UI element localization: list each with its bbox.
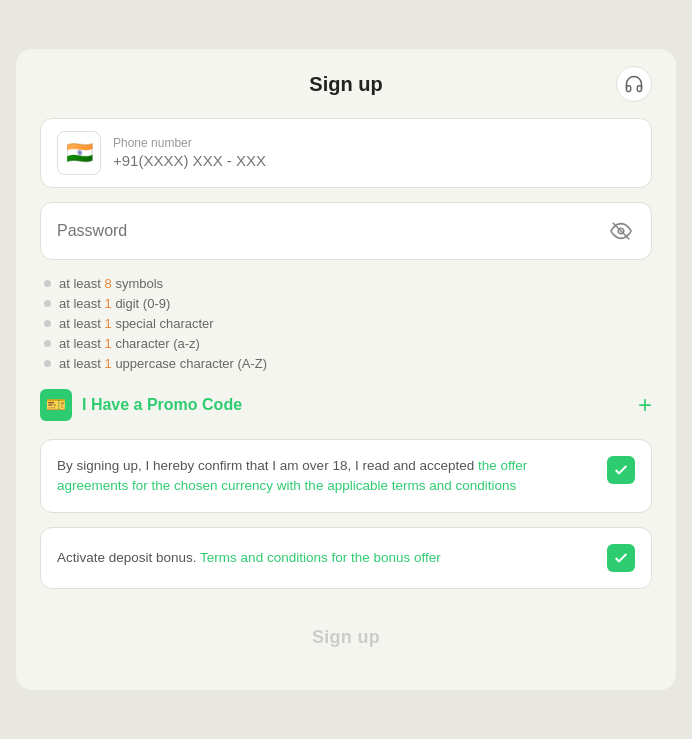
phone-label: Phone number: [113, 136, 635, 150]
req-digit: at least 1 digit (0-9): [44, 296, 652, 311]
req-lowercase: at least 1 character (a-z): [44, 336, 652, 351]
phone-input-area: Phone number: [113, 136, 635, 169]
bonus-box: Activate deposit bonus. Terms and condit…: [40, 527, 652, 589]
promo-add-icon[interactable]: +: [638, 391, 652, 419]
agreement-text: By signing up, I hereby confirm that I a…: [57, 456, 593, 497]
req-uppercase: at least 1 uppercase character (A-Z): [44, 356, 652, 371]
header: Sign up: [40, 73, 652, 96]
signup-button[interactable]: Sign up: [40, 613, 652, 662]
phone-field: 🇮🇳 Phone number: [40, 118, 652, 188]
support-icon-button[interactable]: [616, 66, 652, 102]
toggle-password-icon[interactable]: [607, 217, 635, 245]
agreement-checkbox[interactable]: [607, 456, 635, 484]
password-field: [40, 202, 652, 260]
agreement-box: By signing up, I hereby confirm that I a…: [40, 439, 652, 514]
bonus-text: Activate deposit bonus. Terms and condit…: [57, 548, 607, 568]
password-requirements: at least 8 symbols at least 1 digit (0-9…: [40, 276, 652, 371]
phone-input[interactable]: [113, 152, 635, 169]
promo-code-toggle[interactable]: 🎫 I Have a Promo Code: [40, 389, 242, 421]
page-title: Sign up: [309, 73, 382, 96]
password-input[interactable]: [57, 222, 607, 240]
req-symbols: at least 8 symbols: [44, 276, 652, 291]
req-special: at least 1 special character: [44, 316, 652, 331]
country-flag[interactable]: 🇮🇳: [57, 131, 101, 175]
promo-icon: 🎫: [40, 389, 72, 421]
promo-label: I Have a Promo Code: [82, 396, 242, 414]
signup-card: Sign up 🇮🇳 Phone number: [16, 49, 676, 691]
bonus-link[interactable]: Terms and conditions for the bonus offer: [200, 550, 441, 565]
promo-code-row: 🎫 I Have a Promo Code +: [40, 389, 652, 421]
bonus-checkbox[interactable]: [607, 544, 635, 572]
